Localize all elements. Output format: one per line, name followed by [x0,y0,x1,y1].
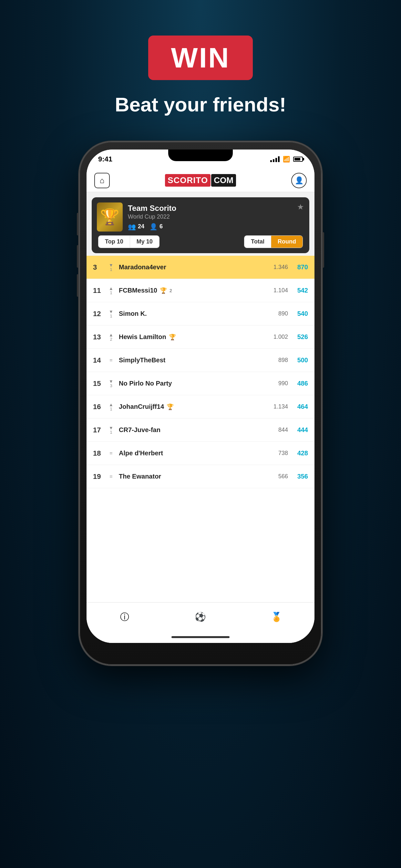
total-score: 1.134 [266,403,288,410]
change-number: 1 [110,290,112,295]
nav-ball-button[interactable]: ⚽ [191,608,210,627]
ball-icon: ⚽ [195,612,206,622]
round-button[interactable]: Round [271,236,303,248]
leaderboard-row[interactable]: 16▲1JohanCruijff14🏆1.134464 [87,395,314,418]
total-score: 566 [266,473,288,480]
my10-button[interactable]: My 10 [130,236,159,248]
trophy-icon: 🏆 [169,334,176,341]
rank-number: 14 [93,356,106,365]
player-name: CR7-Juve-fan [119,426,266,434]
equal-icon: = [110,451,112,456]
profile-button[interactable]: 👤 [291,173,307,188]
teams-icon: 👤 [150,223,158,230]
leaderboard-row[interactable]: 12▼1Simon K.890540 [87,302,314,326]
home-indicator-bar [172,636,229,638]
round-score: 540 [292,310,308,317]
total-score: 738 [266,450,288,457]
teams-count: 6 [159,223,163,230]
leaderboard-row[interactable]: 18=Alpe d'Herbert738428 [87,442,314,465]
round-score: 428 [292,450,308,457]
team-members-stat: 👥 24 [128,223,144,230]
home-indicator [87,631,314,643]
total-score: 1.104 [266,287,288,294]
members-count: 24 [138,223,144,230]
leaderboard: 3▼1Maradona4ever1.34687011▲1FCBMessi10🏆2… [87,256,314,602]
player-name: JohanCruijff14🏆 [119,403,266,410]
nav-info-button[interactable]: ⓘ [115,608,134,627]
change-number: 1 [110,430,112,434]
player-name: The Ewanator [119,473,266,480]
total-score: 890 [266,310,288,317]
app-header: ⌂ SCORITO COM 👤 [87,169,314,192]
status-bar: 9:41 📶 [87,150,314,169]
rank-number: 12 [93,310,106,318]
round-score: 444 [292,426,308,434]
logo: SCORITO COM [165,174,236,187]
trophy-icon: 🏆 [166,403,174,410]
rank-number: 11 [93,286,106,295]
home-button[interactable]: ⌂ [94,173,110,188]
total-score: 1.002 [266,334,288,340]
rank-change: ▲2 [106,333,116,341]
rank-change: ▼1 [106,263,116,272]
down-arrow-icon: ▼ [109,309,113,314]
up-arrow-icon: ▲ [109,333,113,337]
leaderboard-row[interactable]: 11▲1FCBMessi10🏆21.104542 [87,279,314,302]
rank-change: = [106,474,116,479]
signal-icon [270,156,280,162]
leaderboard-row[interactable]: 17▼1CR7-Juve-fan844444 [87,418,314,442]
trophy-count: 2 [169,288,172,293]
equal-icon: = [110,474,112,479]
profile-icon: 👤 [295,176,304,185]
leaderboard-row[interactable]: 3▼1Maradona4ever1.346870 [87,256,314,279]
logo-scorito: SCORITO [165,174,211,187]
filter-left: Top 10 My 10 [98,236,159,248]
leaderboard-row[interactable]: 19=The Ewanator566356 [87,465,314,488]
up-arrow-icon: ▲ [109,402,113,407]
trophy-icon: 🏆 [160,287,167,294]
favorite-button[interactable]: ★ [297,203,304,212]
rank-change: ▲1 [106,286,116,295]
win-text: WIN [171,42,230,73]
player-name: Maradona4ever [119,264,266,271]
player-name: No Pirlo No Party [119,380,266,387]
leaderboard-row[interactable]: 14=SimplyTheBest898500 [87,349,314,372]
status-icons: 📶 [270,156,303,163]
rank-change: ▲1 [106,402,116,411]
down-arrow-icon: ▼ [109,426,113,430]
home-icon: ⌂ [100,176,104,185]
nav-leaderboard-button[interactable]: 🏅 [267,608,286,627]
player-name: Alpe d'Herbert [119,450,266,457]
leaderboard-row[interactable]: 13▲2Hewis Lamilton🏆1.002526 [87,326,314,349]
logo-com: COM [211,174,236,187]
rank-number: 17 [93,426,106,434]
total-button[interactable]: Total [244,236,271,248]
rank-number: 15 [93,379,106,388]
leaderboard-icon: 🏅 [271,612,282,622]
round-score: 542 [292,287,308,294]
members-icon: 👥 [128,223,136,230]
team-name: Team Scorito [128,204,292,213]
change-number: 3 [110,383,112,388]
rank-change: = [106,358,116,363]
team-card-top: 🏆 Team Scorito World Cup 2022 👥 24 👤 6 [97,203,304,231]
team-competition: World Cup 2022 [128,213,292,220]
top10-button[interactable]: Top 10 [98,236,130,248]
up-arrow-icon: ▲ [109,286,113,290]
player-name: Simon K. [119,310,266,317]
change-number: 2 [110,337,112,341]
tagline: Beat your friends! [115,93,286,116]
round-score: 870 [292,264,308,271]
round-score: 464 [292,403,308,410]
info-icon: ⓘ [120,611,129,623]
trophy-image: 🏆 [97,203,123,231]
notch [168,150,233,161]
team-stats: 👥 24 👤 6 [128,223,292,230]
down-arrow-icon: ▼ [109,379,113,383]
screen: 9:41 📶 ⌂ SCORITO COM 👤 [87,150,314,643]
round-score: 500 [292,356,308,364]
win-badge: WIN [148,35,252,80]
leaderboard-row[interactable]: 15▼3No Pirlo No Party990486 [87,372,314,395]
rank-number: 3 [93,263,106,272]
status-time: 9:41 [98,155,112,163]
